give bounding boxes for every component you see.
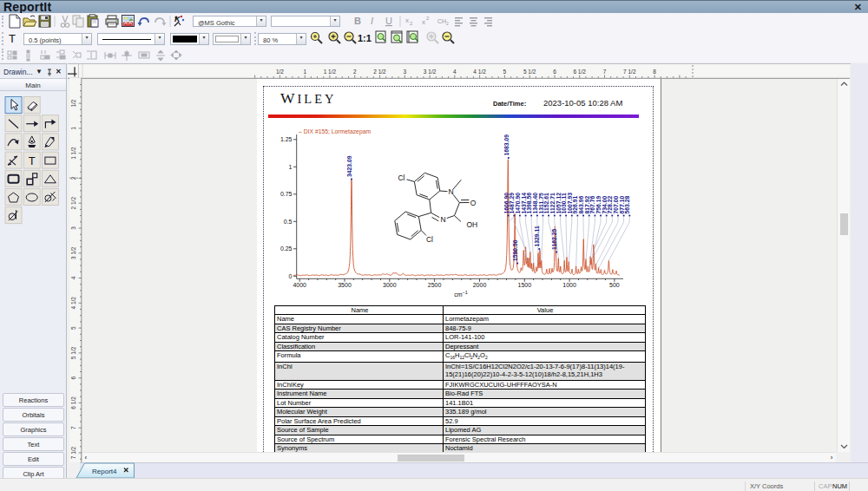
svg-text:1162.25: 1162.25: [551, 229, 557, 250]
svg-text:1/2: 1/2: [276, 69, 284, 75]
svg-text:x: x: [405, 16, 409, 24]
svg-text:U: U: [385, 16, 392, 26]
svg-text:6: 6: [553, 69, 556, 75]
svg-text:5: 5: [70, 326, 76, 330]
svg-text:– DIX #155; Lormetazepam: – DIX #155; Lormetazepam: [299, 128, 371, 135]
svg-text:2 1/2: 2 1/2: [70, 197, 76, 210]
svg-text:T: T: [29, 154, 36, 167]
svg-text:4: 4: [453, 69, 457, 75]
svg-text:7: 7: [70, 426, 76, 429]
svg-text:O: O: [470, 199, 477, 207]
svg-text:2: 2: [353, 69, 357, 75]
svg-text:6 1/2: 6 1/2: [70, 396, 76, 409]
svg-text:1:1: 1:1: [358, 33, 372, 43]
svg-text:1590.50: 1590.50: [512, 239, 518, 261]
svg-text:Report4: Report4: [92, 468, 117, 475]
svg-text:3000: 3000: [383, 282, 397, 288]
svg-text:1329.11: 1329.11: [534, 226, 540, 246]
svg-text:2: 2: [446, 21, 449, 26]
svg-text:3 1/2: 3 1/2: [70, 246, 76, 259]
svg-text:6: 6: [70, 376, 76, 380]
svg-text:1683.09: 1683.09: [503, 134, 510, 156]
svg-text:0.5: 0.5: [284, 219, 293, 225]
svg-text:x: x: [422, 18, 425, 26]
svg-text:3423.09: 3423.09: [346, 155, 352, 177]
svg-text:2000: 2000: [473, 282, 487, 288]
svg-text:Cl: Cl: [426, 235, 433, 244]
svg-text:N: N: [440, 215, 445, 224]
svg-text:3: 3: [70, 226, 76, 230]
svg-text:2: 2: [410, 21, 413, 26]
svg-text:T: T: [9, 32, 16, 45]
svg-text:7 1/2: 7 1/2: [623, 69, 636, 75]
svg-text:0.25: 0.25: [280, 245, 293, 252]
svg-text:2: 2: [426, 16, 430, 21]
svg-text:2 1/2: 2 1/2: [373, 69, 386, 75]
svg-text:1: 1: [289, 164, 293, 170]
svg-text:1 1/2: 1 1/2: [70, 147, 76, 160]
svg-text:N: N: [448, 187, 453, 196]
svg-text:8: 8: [653, 69, 656, 75]
svg-text:6 1/2: 6 1/2: [573, 69, 586, 75]
svg-text:563.28: 563.28: [624, 195, 630, 213]
svg-text:0.75: 0.75: [280, 191, 293, 197]
svg-text:1500: 1500: [518, 282, 532, 288]
svg-text:1/2: 1/2: [70, 99, 76, 107]
svg-text:5: 5: [503, 69, 507, 75]
svg-text:1000: 1000: [562, 282, 576, 288]
svg-text:4 1/2: 4 1/2: [473, 69, 486, 75]
svg-text:2: 2: [70, 176, 76, 180]
svg-text:4000: 4000: [293, 282, 306, 288]
svg-text:500: 500: [609, 282, 620, 288]
svg-text:0: 0: [289, 273, 293, 279]
svg-text:5 1/2: 5 1/2: [523, 69, 536, 75]
svg-text:Cl: Cl: [398, 173, 404, 182]
svg-text:B: B: [354, 16, 361, 26]
svg-text:3500: 3500: [338, 282, 352, 288]
svg-text:3: 3: [403, 69, 406, 75]
svg-text:4: 4: [70, 276, 76, 279]
svg-text:CH: CH: [437, 18, 446, 24]
svg-text:1: 1: [303, 69, 306, 75]
svg-text:cm−1: cm−1: [454, 290, 468, 298]
svg-text:1: 1: [70, 127, 76, 130]
svg-text:2500: 2500: [428, 282, 442, 288]
svg-text:7 1/2: 7 1/2: [70, 446, 76, 459]
svg-text:4 1/2: 4 1/2: [70, 297, 76, 310]
svg-text:I: I: [371, 16, 373, 26]
svg-text:5 1/2: 5 1/2: [70, 346, 76, 359]
svg-text:1 1/2: 1 1/2: [324, 69, 337, 75]
svg-text:3 1/2: 3 1/2: [424, 69, 437, 75]
svg-text:1.25: 1.25: [280, 136, 293, 142]
svg-text:7: 7: [603, 69, 607, 75]
svg-text:OH: OH: [467, 220, 478, 229]
